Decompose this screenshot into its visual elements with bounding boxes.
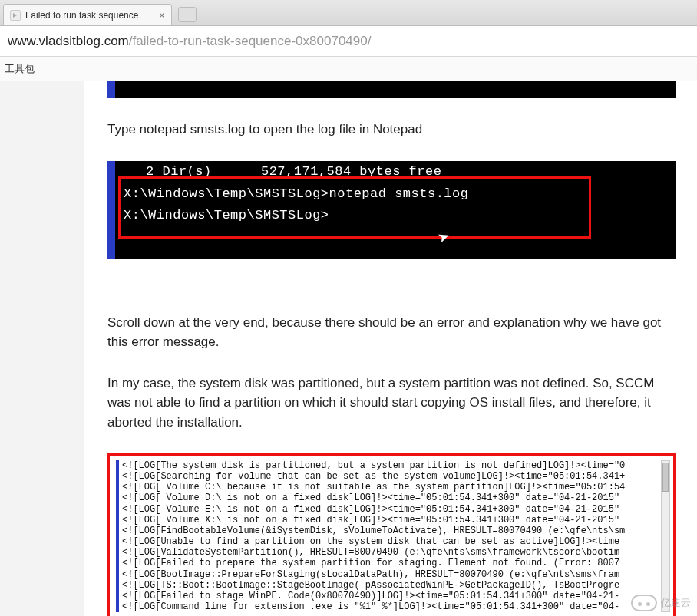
watermark-text: 亿速云 xyxy=(661,596,691,610)
page-icon xyxy=(10,10,21,21)
log-line: <![LOG[The system disk is partitioned, b… xyxy=(122,460,667,471)
log-line: <![LOG[Searching for volume that can be … xyxy=(122,471,667,482)
log-line: <![LOG[Unable to find a partition on the… xyxy=(122,536,667,547)
paragraph: In my case, the system disk was partitio… xyxy=(107,374,676,433)
new-tab-button[interactable] xyxy=(178,7,197,22)
cloud-icon xyxy=(631,595,657,611)
console-image-top xyxy=(107,81,676,98)
address-bar[interactable]: www.vladsitblog.com/failed-to-run-task-s… xyxy=(0,26,697,57)
console-line: X:\Windows\Temp\SMSTSLog> xyxy=(124,205,586,227)
log-line: <![LOG[Failed to stage WinPE. Code(0x800… xyxy=(122,591,667,601)
url-text: www.vladsitblog.com/failed-to-run-task-s… xyxy=(8,34,371,49)
log-line: <![LOG[ Volume D:\ is not on a fixed dis… xyxy=(122,492,667,503)
log-line: <![LOG[ Volume X:\ is not on a fixed dis… xyxy=(122,515,667,525)
scrollbar[interactable] xyxy=(661,460,670,612)
url-host: www.vladsitblog.com xyxy=(8,34,129,48)
console-image: 2 Dir(s) 527,171,584 bytes free X:\Windo… xyxy=(107,161,676,259)
log-line: <![LOG[TS::Boot::BootImage::StageBootIma… xyxy=(122,580,667,591)
log-line: <![LOG[ValidateSystemPartition(), HRESUL… xyxy=(122,547,667,558)
console-line: X:\Windows\Temp\SMSTSLog>notepad smsts.l… xyxy=(124,183,586,206)
log-line: <![LOG[ Volume C:\ because it is not sui… xyxy=(122,482,667,492)
log-line: <![LOG[ Volume E:\ is not on a fixed dis… xyxy=(122,504,667,515)
log-line: <![LOG[BootImage::PrepareForStaging(sLoc… xyxy=(122,569,667,580)
close-icon[interactable]: × xyxy=(159,9,165,21)
browser-tab[interactable]: Failed to run task sequence × xyxy=(3,4,172,25)
log-image: <![LOG[The system disk is partitioned, b… xyxy=(107,453,676,616)
toolbar-item[interactable]: 工具包 xyxy=(5,62,35,76)
log-line: <![LOG[Command line for extension .exe i… xyxy=(122,601,667,612)
article-content: Type notepad smsts.log to open the log f… xyxy=(84,81,697,616)
browser-tab-strip: Failed to run task sequence × xyxy=(0,0,697,26)
paragraph: Type notepad smsts.log to open the log f… xyxy=(107,120,676,140)
paragraph: Scroll down at the very end, because the… xyxy=(107,313,676,352)
left-gutter xyxy=(0,81,84,616)
watermark: 亿速云 xyxy=(631,595,691,611)
highlight-box: X:\Windows\Temp\SMSTSLog>notepad smsts.l… xyxy=(118,176,591,239)
bookmarks-toolbar: 工具包 xyxy=(0,57,697,81)
log-line: <![LOG[Failed to prepare the system part… xyxy=(122,558,667,568)
page-body: Type notepad smsts.log to open the log f… xyxy=(0,81,697,616)
tab-title: Failed to run task sequence xyxy=(25,10,154,21)
log-line: <![LOG[FindBootableVolume(&iSystemDisk, … xyxy=(122,525,667,536)
url-path: /failed-to-run-task-sequence-0x80070490/ xyxy=(129,34,372,48)
